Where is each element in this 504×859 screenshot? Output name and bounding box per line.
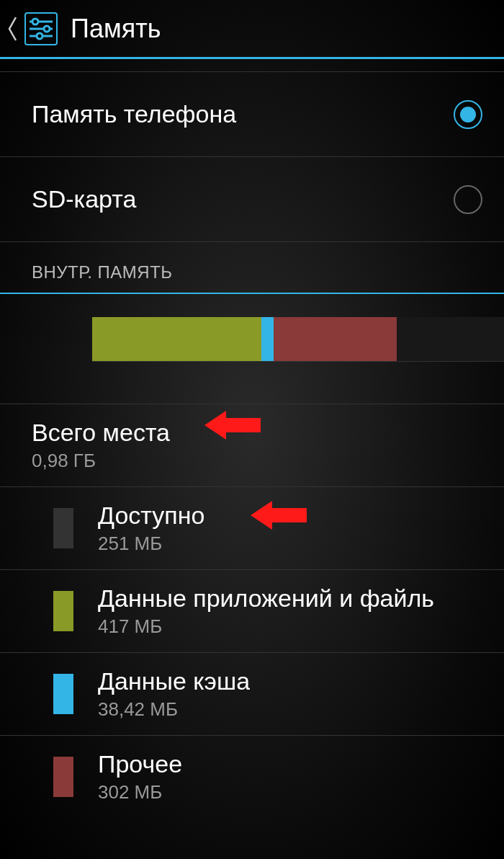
row-title: Доступно: [98, 502, 204, 530]
back-icon[interactable]: [6, 16, 19, 42]
row-available[interactable]: Доступно 251 МБ: [0, 487, 504, 570]
swatch-available: [53, 508, 73, 548]
swatch-apps: [53, 591, 73, 631]
radio-indicator: [454, 185, 482, 214]
settings-sliders-icon[interactable]: [20, 8, 62, 50]
row-title: Всего места: [32, 419, 170, 447]
radio-label: Память телефона: [32, 100, 236, 128]
content: Память телефона SD-карта ВНУТР. ПАМЯТЬ В…: [0, 59, 504, 818]
storage-usage-bar: [92, 317, 504, 362]
row-other[interactable]: Прочее 302 МБ: [0, 736, 504, 818]
radio-phone-memory[interactable]: Память телефона: [0, 72, 504, 157]
row-app-data[interactable]: Данные приложений и файль 417 МБ: [0, 570, 504, 653]
storage-bar-container: [0, 317, 504, 404]
row-subtitle: 38,42 МБ: [98, 698, 250, 721]
bar-segment-free: [397, 317, 504, 361]
bar-segment-other: [274, 317, 397, 361]
row-subtitle: 0,98 ГБ: [32, 450, 170, 472]
svg-point-4: [44, 26, 50, 32]
row-title: Данные кэша: [98, 667, 250, 695]
app-header: Память: [0, 0, 504, 59]
svg-point-6: [37, 33, 42, 39]
bar-segment-cache: [261, 317, 274, 361]
row-title: Прочее: [98, 750, 182, 778]
radio-sd-card[interactable]: SD-карта: [0, 157, 504, 242]
swatch-cache: [53, 674, 73, 714]
row-subtitle: 302 МБ: [98, 781, 182, 804]
section-header-internal: ВНУТР. ПАМЯТЬ: [0, 242, 504, 294]
row-cache-data[interactable]: Данные кэша 38,42 МБ: [0, 653, 504, 736]
radio-indicator: [454, 100, 482, 129]
page-title: Память: [71, 14, 161, 44]
radio-label: SD-карта: [32, 185, 136, 213]
row-title: Данные приложений и файль: [98, 584, 434, 613]
bar-segment-apps: [92, 317, 261, 361]
row-subtitle: 251 МБ: [98, 533, 204, 555]
truncated-row: [0, 59, 504, 72]
swatch-other: [53, 757, 73, 797]
svg-point-2: [32, 19, 38, 25]
row-subtitle: 417 МБ: [98, 615, 434, 638]
row-total-space[interactable]: Всего места 0,98 ГБ: [0, 404, 504, 487]
